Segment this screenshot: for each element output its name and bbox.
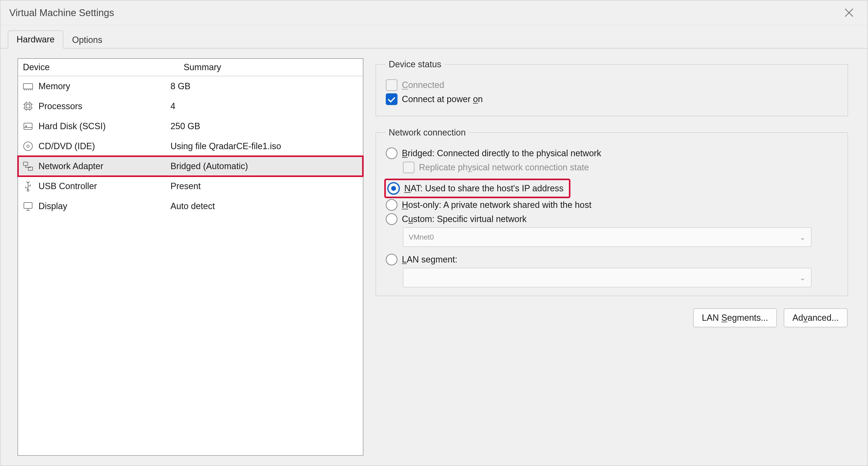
select-custom-vmnet: VMnet0 ⌄	[403, 227, 811, 247]
row-replicate: Replicate physical network connection st…	[403, 162, 838, 173]
device-summary: Auto detect	[169, 201, 363, 211]
row-bridged[interactable]: Bridged: Connected directly to the physi…	[386, 147, 838, 159]
device-row-network-adapter[interactable]: Network Adapter Bridged (Automatic)	[18, 156, 363, 176]
radio-bridged[interactable]	[386, 147, 398, 159]
device-name: USB Controller	[38, 181, 97, 191]
memory-icon	[22, 80, 35, 93]
svg-point-22	[27, 145, 29, 147]
checkbox-connected	[386, 79, 398, 91]
radio-nat[interactable]	[387, 182, 400, 195]
row-custom[interactable]: Custom: Specific virtual network	[386, 213, 838, 225]
svg-rect-23	[23, 162, 28, 166]
device-summary: 250 GB	[169, 121, 363, 132]
label-host-only: Host-only: A private network shared with…	[402, 200, 591, 210]
settings-panel: Device status Connected Connect at power…	[376, 58, 858, 456]
window-title: Virtual Machine Settings	[9, 7, 114, 18]
device-row-processors[interactable]: Processors 4	[18, 96, 363, 116]
vm-settings-window: Virtual Machine Settings Hardware Option…	[0, 0, 868, 466]
display-icon	[22, 200, 35, 213]
device-row-cddvd[interactable]: CD/DVD (IDE) Using file QradarCE-file1.i…	[18, 136, 363, 156]
column-device[interactable]: Device	[18, 59, 179, 76]
close-button[interactable]	[839, 3, 859, 22]
row-host-only[interactable]: Host-only: A private network shared with…	[386, 199, 838, 211]
device-list: Device Summary Memory 8 GB Processors	[18, 58, 363, 456]
label-lan-segment: LAN segment:	[402, 255, 457, 265]
device-name: Memory	[38, 81, 70, 91]
radio-custom[interactable]	[386, 213, 398, 225]
close-icon	[844, 8, 854, 18]
group-network-connection: Network connection Bridged: Connected di…	[376, 127, 848, 296]
checkbox-replicate-physical	[403, 162, 414, 173]
usb-icon	[22, 180, 35, 193]
row-connected: Connected	[386, 79, 838, 91]
content-area: Device Summary Memory 8 GB Processors	[0, 49, 868, 466]
highlight-nat: NAT: Used to share the host's IP address	[386, 180, 569, 197]
button-row: LAN Segments... Advanced...	[376, 308, 848, 327]
device-row-display[interactable]: Display Auto detect	[18, 196, 363, 216]
label-nat: NAT: Used to share the host's IP address	[404, 183, 564, 194]
device-name: Network Adapter	[38, 161, 103, 171]
lan-segments-button[interactable]: LAN Segments...	[693, 308, 777, 327]
device-name: Hard Disk (SCSI)	[38, 121, 106, 132]
network-adapter-icon	[22, 159, 35, 173]
label-connected: Connected	[402, 80, 444, 90]
device-name: Processors	[38, 101, 82, 111]
label-replicate-physical: Replicate physical network connection st…	[419, 162, 589, 173]
row-nat[interactable]: NAT: Used to share the host's IP address	[386, 180, 838, 197]
group-legend: Network connection	[386, 127, 469, 138]
device-list-header: Device Summary	[18, 59, 363, 76]
row-lan-segment[interactable]: LAN segment:	[386, 254, 838, 265]
disc-icon	[22, 140, 35, 153]
tab-options[interactable]: Options	[63, 31, 111, 49]
svg-rect-8	[25, 103, 31, 110]
svg-rect-9	[26, 105, 30, 108]
chevron-down-icon: ⌄	[800, 233, 806, 241]
device-summary: 4	[169, 101, 363, 111]
device-name: Display	[38, 201, 67, 211]
tab-hardware[interactable]: Hardware	[8, 30, 63, 49]
cpu-icon	[22, 100, 35, 113]
group-legend: Device status	[386, 59, 444, 69]
radio-host-only[interactable]	[386, 199, 398, 211]
label-custom: Custom: Specific virtual network	[402, 214, 527, 224]
svg-point-19	[26, 126, 27, 127]
device-row-harddisk[interactable]: Hard Disk (SCSI) 250 GB	[18, 116, 363, 136]
svg-rect-27	[24, 203, 32, 208]
device-summary: Present	[169, 181, 363, 191]
titlebar: Virtual Machine Settings	[0, 0, 868, 25]
harddisk-icon	[22, 120, 35, 133]
device-summary: Using file QradarCE-file1.iso	[169, 141, 363, 151]
device-row-memory[interactable]: Memory 8 GB	[18, 76, 363, 96]
device-summary: 8 GB	[169, 81, 363, 91]
select-lan-segment: ⌄	[403, 268, 811, 287]
device-summary: Bridged (Automatic)	[169, 161, 363, 171]
radio-lan-segment[interactable]	[386, 254, 398, 265]
label-connect-at-power-on: Connect at power on	[402, 94, 483, 104]
row-connect-at-power-on[interactable]: Connect at power on	[386, 93, 838, 105]
select-value: VMnet0	[409, 233, 434, 241]
label-bridged: Bridged: Connected directly to the physi…	[402, 148, 601, 158]
group-device-status: Device status Connected Connect at power…	[376, 59, 848, 116]
tabstrip: Hardware Options	[0, 25, 868, 49]
column-summary[interactable]: Summary	[179, 59, 363, 76]
chevron-down-icon: ⌄	[800, 273, 806, 282]
svg-rect-18	[24, 123, 32, 129]
svg-point-21	[24, 142, 32, 151]
svg-rect-2	[23, 84, 33, 89]
device-row-usb[interactable]: USB Controller Present	[18, 176, 363, 196]
device-name: CD/DVD (IDE)	[38, 141, 95, 151]
checkbox-connect-at-power-on[interactable]	[386, 93, 398, 105]
advanced-button[interactable]: Advanced...	[784, 308, 847, 327]
